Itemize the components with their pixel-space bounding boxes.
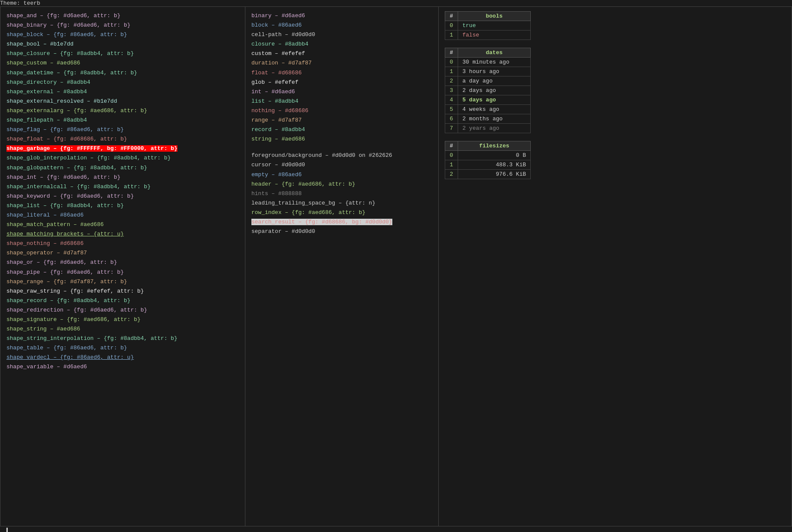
mid-line-float: float – #d68686 — [251, 68, 432, 78]
dates-val-3: 2 days ago — [458, 86, 531, 95]
left-line-1: shape_and – {fg: #d6aed6, attr: b} — [6, 11, 239, 21]
dates-val-0: 30 minutes ago — [458, 58, 531, 67]
left-line-7: shape_datetime – {fg: #8adbb4, attr: b} — [6, 68, 239, 78]
cursor-line: ▋ — [0, 526, 792, 532]
mid-line-glob: glob – #efefef — [251, 78, 432, 87]
left-line-16: shape_glob_interpolation – {fg: #8adbb4,… — [6, 153, 239, 163]
left-line-36: shape_table – {fg: #86aed6, attr: b} — [6, 343, 239, 353]
bools-hash-header: # — [445, 12, 458, 21]
mid-line-nothing: nothing – #d68686 — [251, 106, 432, 116]
mid-line-record: record – #8adbb4 — [251, 125, 432, 135]
dates-table: # dates 0 30 minutes ago 1 3 hours ago 2… — [445, 48, 531, 133]
mid-line-row-index: row_index – {fg: #aed686, attr: b} — [251, 208, 432, 217]
dates-row-5: 5 4 weeks ago — [445, 105, 531, 114]
mid-line-search-result: search_result – {fg: #d68686, bg: #d0d0d… — [251, 217, 432, 227]
filesizes-row-0: 0 0 B — [445, 151, 531, 160]
left-line-11: shape_externalarg – {fg: #aed686, attr: … — [6, 106, 239, 116]
left-line-10: shape_external_resolved – #b1e7dd — [6, 97, 239, 106]
left-line-21: shape_list – {fg: #8adbb4, attr: b} — [6, 201, 239, 211]
bools-table: # bools 0 true 1 false — [445, 11, 531, 40]
mid-line-block: block – #86aed6 — [251, 21, 432, 30]
left-line-35: shape_string_interpolation – {fg: #8adbb… — [6, 334, 239, 343]
dates-val-6: 2 months ago — [458, 114, 531, 124]
left-line-28: shape_pipe – {fg: #d6aed6, attr: b} — [6, 268, 239, 277]
dates-row-4: 4 5 days ago — [445, 95, 531, 105]
left-line-6: shape_custom – #aed686 — [6, 58, 239, 68]
dates-row-2: 2 a day ago — [445, 76, 531, 86]
mid-line-list: list – #8adbb4 — [251, 97, 432, 106]
filesizes-table: # filesizes 0 0 B 1 488.3 KiB 2 976.6 Ki… — [445, 141, 531, 179]
filesizes-idx-2: 2 — [445, 170, 458, 179]
left-line-3: shape_block – {fg: #86aed6, attr: b} — [6, 30, 239, 40]
left-line-38: shape_variable – #d6aed6 — [6, 362, 239, 372]
left-line-13: shape_flag – {fg: #86aed6, attr: b} — [6, 125, 239, 135]
mid-line-leading-trailing: leading_trailing_space_bg – {attr: n} — [251, 199, 432, 208]
left-line-2: shape_binary – {fg: #d6aed6, attr: b} — [6, 21, 239, 30]
dates-idx-1: 1 — [445, 67, 458, 76]
left-line-20: shape_keyword – {fg: #d6aed6, attr: b} — [6, 192, 239, 201]
right-column: # bools 0 true 1 false # dates — [439, 7, 792, 526]
dates-hash-header: # — [445, 48, 458, 58]
mid-line-cellpath: cell-path – #d0d0d0 — [251, 30, 432, 40]
bools-val-1: false — [458, 31, 531, 40]
filesizes-hash-header: # — [445, 141, 458, 151]
filesizes-idx-0: 0 — [445, 151, 458, 160]
bools-title-header: bools — [458, 12, 531, 21]
mid-line-separator: separator – #d0d0d0 — [251, 227, 432, 236]
left-line-24: shape_matching_brackets – {attr: u} — [6, 229, 239, 239]
dates-idx-6: 6 — [445, 114, 458, 124]
mid-line-int: int – #d6aed6 — [251, 87, 432, 97]
bools-row-1: 1 false — [445, 31, 531, 40]
mid-line-range: range – #d7af87 — [251, 116, 432, 125]
left-line-29: shape_range – {fg: #d7af87, attr: b} — [6, 277, 239, 287]
left-line-8: shape_directory – #8adbb4 — [6, 78, 239, 87]
filesizes-val-2: 976.6 KiB — [458, 170, 531, 179]
dates-row-3: 3 2 days ago — [445, 86, 531, 95]
mid-line-binary: binary – #d6aed6 — [251, 11, 432, 21]
left-column: shape_and – {fg: #d6aed6, attr: b} shape… — [0, 7, 245, 526]
dates-idx-0: 0 — [445, 58, 458, 67]
left-line-9: shape_external – #8adbb4 — [6, 87, 239, 97]
mid-column: binary – #d6aed6 block – #86aed6 cell-pa… — [245, 7, 439, 526]
dates-idx-2: 2 — [445, 76, 458, 86]
bools-idx-0: 0 — [445, 21, 458, 31]
left-line-31: shape_record – {fg: #8adbb4, attr: b} — [6, 296, 239, 306]
mid-line-string: string – #aed686 — [251, 135, 432, 144]
main-container: shape_and – {fg: #d6aed6, attr: b} shape… — [0, 6, 792, 526]
mid-line-hints: hints – #888888 — [251, 189, 432, 199]
dates-row-0: 0 30 minutes ago — [445, 58, 531, 67]
left-line-22: shape_literal – #86aed6 — [6, 211, 239, 220]
filesizes-row-2: 2 976.6 KiB — [445, 170, 531, 179]
dates-row-1: 1 3 hours ago — [445, 67, 531, 76]
left-line-14: shape_float – {fg: #d68686, attr: b} — [6, 135, 239, 144]
left-line-garbage: shape_garbage – {fg: #FFFFFF, bg: #FF000… — [6, 144, 239, 153]
dates-title-header: dates — [458, 48, 531, 58]
filesizes-idx-1: 1 — [445, 160, 458, 170]
left-line-17: shape_globpattern – {fg: #8adbb4, attr: … — [6, 163, 239, 173]
filesizes-title-header: filesizes — [458, 141, 531, 151]
theme-bar: Theme: teerb — [0, 0, 792, 6]
mid-line-header: header – {fg: #aed686, attr: b} — [251, 180, 432, 189]
bools-idx-1: 1 — [445, 31, 458, 40]
left-line-34: shape_string – #aed686 — [6, 324, 239, 334]
left-line-12: shape_filepath – #8adbb4 — [6, 116, 239, 125]
mid-line-cursor: cursor – #d0d0d0 — [251, 160, 432, 170]
left-line-30: shape_raw_string – {fg: #efefef, attr: b… — [6, 287, 239, 296]
bools-val-0: true — [458, 21, 531, 31]
mid-line-empty: empty – #86aed6 — [251, 170, 432, 180]
left-line-27: shape_or – {fg: #d6aed6, attr: b} — [6, 258, 239, 267]
left-line-18: shape_int – {fg: #d6aed6, attr: b} — [6, 173, 239, 182]
left-line-19: shape_internalcall – {fg: #8adbb4, attr:… — [6, 182, 239, 192]
mid-line-closure: closure – #8adbb4 — [251, 40, 432, 49]
dates-val-7: 2 years ago — [458, 124, 531, 133]
left-line-4: shape_bool – #b1e7dd — [6, 40, 239, 49]
dates-idx-7: 7 — [445, 124, 458, 133]
dates-idx-3: 3 — [445, 86, 458, 95]
left-line-5: shape_closure – {fg: #8adbb4, attr: b} — [6, 49, 239, 58]
left-line-33: shape_signature – {fg: #aed686, attr: b} — [6, 315, 239, 324]
dates-val-5: 4 weeks ago — [458, 105, 531, 114]
left-line-25: shape_nothing – #d68686 — [6, 239, 239, 248]
filesizes-val-0: 0 B — [458, 151, 531, 160]
left-line-32: shape_redirection – {fg: #d6aed6, attr: … — [6, 306, 239, 315]
mid-line-fg-bg: foreground/background – #d0d0d0 on #2626… — [251, 151, 432, 160]
